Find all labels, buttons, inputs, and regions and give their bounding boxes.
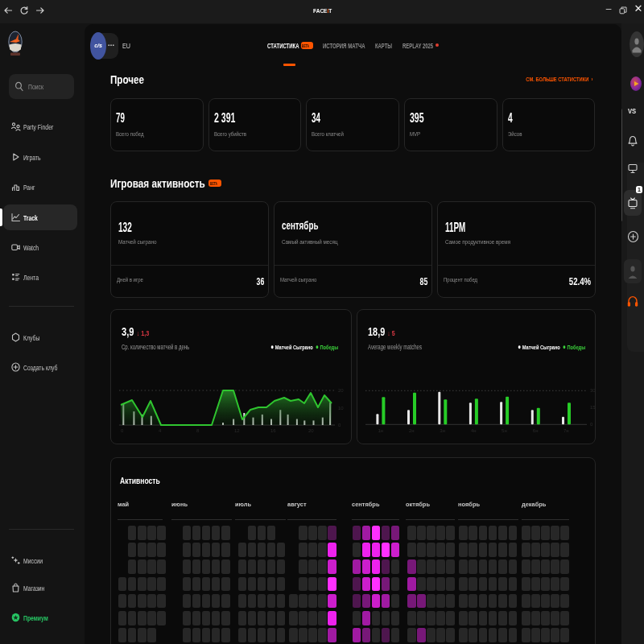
svg-text:2н: 2н bbox=[409, 428, 415, 433]
svg-text:20: 20 bbox=[308, 428, 314, 433]
svg-text:0: 0 bbox=[338, 423, 341, 427]
svg-text:4н: 4н bbox=[471, 428, 477, 433]
svg-text:7н: 7н bbox=[564, 428, 569, 433]
svg-text:1н: 1н bbox=[378, 428, 383, 433]
svg-text:3н: 3н bbox=[440, 428, 445, 433]
svg-text:8: 8 bbox=[196, 428, 200, 433]
svg-text:10: 10 bbox=[338, 406, 344, 411]
svg-text:30: 30 bbox=[590, 388, 596, 393]
svg-text:16: 16 bbox=[270, 428, 276, 433]
svg-text:6н: 6н bbox=[533, 428, 539, 433]
svg-text:15: 15 bbox=[590, 405, 596, 410]
svg-text:0: 0 bbox=[590, 422, 593, 427]
svg-text:5н: 5н bbox=[502, 428, 507, 433]
svg-text:20: 20 bbox=[338, 388, 344, 393]
svg-text:12: 12 bbox=[234, 428, 240, 433]
svg-text:0: 0 bbox=[121, 428, 124, 433]
svg-text:4: 4 bbox=[159, 428, 162, 433]
